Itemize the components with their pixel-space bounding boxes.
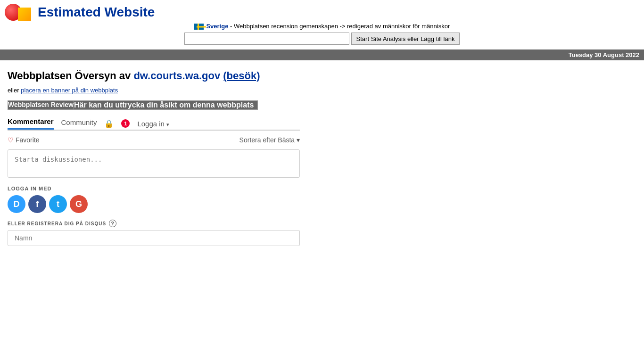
sort-button[interactable]: Sortera efter Bästa ▾ bbox=[239, 136, 300, 144]
date-bar: Tuesday 30 August 2022 bbox=[0, 49, 644, 60]
login-tab[interactable]: Logga in ▾ bbox=[137, 120, 169, 128]
banner-link-row: eller placera en banner på din webbplats bbox=[8, 87, 636, 94]
header-top: Estimated Website bbox=[5, 4, 639, 21]
subtitle-row: Sverige - Webbplatsen recension gemenska… bbox=[5, 23, 639, 30]
visit-link[interactable]: (besök) bbox=[223, 70, 260, 82]
disqus-tabs: Kommentarer Community 🔒 1 Logga in ▾ bbox=[8, 117, 300, 131]
facebook-login-button[interactable]: f bbox=[28, 195, 46, 213]
country-link[interactable]: Sverige bbox=[206, 23, 228, 30]
favorite-label: Favorite bbox=[16, 136, 40, 144]
fav-sort-row: ♡ Favorite Sortera efter Bästa ▾ bbox=[8, 136, 300, 144]
disqus-login-button[interactable]: D bbox=[8, 195, 25, 213]
site-domain-link[interactable]: dw.courts.wa.gov bbox=[133, 70, 220, 82]
favorite-button[interactable]: ♡ Favorite bbox=[8, 136, 40, 144]
page-title: Webbplatsen Översyn av dw.courts.wa.gov … bbox=[8, 70, 636, 82]
tab-kommentarer[interactable]: Kommentarer bbox=[8, 117, 54, 130]
google-login-button[interactable]: G bbox=[70, 195, 88, 213]
banner-link[interactable]: placera en banner på din webbplats bbox=[21, 87, 118, 94]
notification-badge: 1 bbox=[121, 119, 130, 128]
main-content: Webbplatsen Översyn av dw.courts.wa.gov … bbox=[0, 60, 644, 255]
sweden-flag-icon bbox=[194, 24, 204, 30]
twitter-login-button[interactable]: t bbox=[49, 195, 67, 213]
logga-in-label: LOGGA IN MED bbox=[8, 186, 300, 191]
twitter-icon: t bbox=[57, 199, 59, 209]
subtitle-text: - Webbplatsen recension gemenskapen -> r… bbox=[230, 23, 450, 30]
review-table: Webbplatsen Review Här kan du uttrycka d… bbox=[8, 100, 258, 110]
namn-input[interactable] bbox=[8, 230, 300, 246]
facebook-icon: f bbox=[36, 199, 39, 209]
header: Estimated Website Sverige - Webbplatsen … bbox=[0, 0, 644, 47]
register-label-row: ELLER REGISTRERA DIG PÅ DISQUS ? bbox=[8, 220, 300, 227]
sort-label: Sortera efter Bästa bbox=[239, 136, 295, 144]
tab-community[interactable]: Community bbox=[61, 118, 97, 129]
logo-box-icon bbox=[18, 8, 31, 21]
heart-icon: ♡ bbox=[8, 136, 14, 144]
search-input[interactable] bbox=[184, 33, 349, 45]
date-text: Tuesday 30 August 2022 bbox=[569, 51, 639, 58]
question-icon: ? bbox=[109, 220, 116, 227]
sort-arrow-icon: ▾ bbox=[297, 136, 300, 144]
site-title: Estimated Website bbox=[38, 5, 155, 20]
login-arrow-icon: ▾ bbox=[166, 122, 169, 127]
banner-prefix: eller bbox=[8, 87, 21, 94]
lock-icon: 🔒 bbox=[104, 119, 114, 128]
login-label: Logga in bbox=[137, 120, 165, 128]
review-content: Här kan du uttrycka din åsikt om denna w… bbox=[74, 101, 254, 109]
discussion-input[interactable] bbox=[8, 149, 300, 178]
register-label: ELLER REGISTRERA DIG PÅ DISQUS bbox=[8, 221, 106, 226]
page-title-prefix: Webbplatsen Översyn av bbox=[8, 70, 133, 82]
search-row: Start Site Analysis eller Lägg till länk bbox=[5, 33, 639, 45]
search-button[interactable]: Start Site Analysis eller Lägg till länk bbox=[351, 33, 460, 45]
disqus-section: Kommentarer Community 🔒 1 Logga in ▾ ♡ F… bbox=[8, 117, 300, 246]
social-icons: D f t G bbox=[8, 195, 300, 213]
disqus-icon: D bbox=[14, 199, 20, 209]
logo-icons bbox=[5, 4, 31, 21]
google-icon: G bbox=[75, 199, 82, 209]
review-label: Webbplatsen Review bbox=[8, 101, 74, 108]
